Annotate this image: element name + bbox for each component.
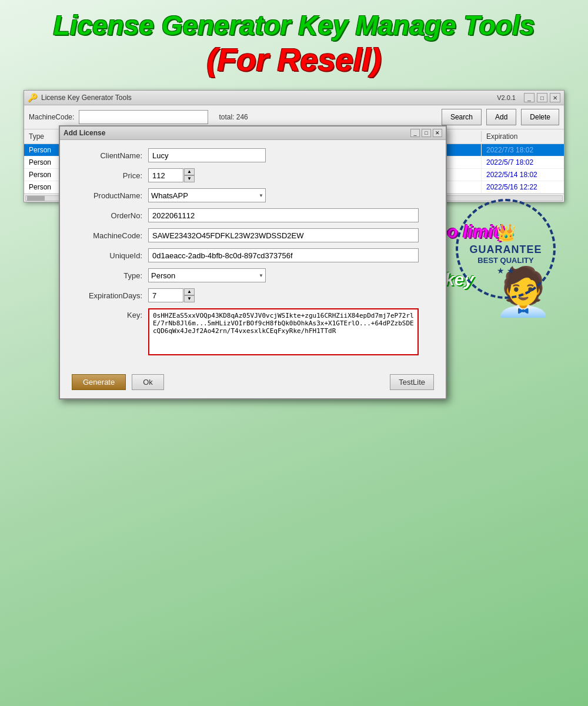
product-name-select-wrapper: WhatsAPP Telegram Other: [148, 188, 266, 202]
stamp-guarantee-text: GUARANTEE: [469, 244, 542, 256]
product-name-select[interactable]: WhatsAPP Telegram Other: [148, 188, 266, 202]
expiration-days-input[interactable]: [148, 288, 183, 302]
header-title-line1: License Generator Key Manage Tools: [12, 11, 576, 41]
unique-id-label: UniqueId:: [72, 251, 148, 260]
dialog-title: Add License: [64, 129, 105, 137]
page-header: License Generator Key Manage Tools (For …: [0, 0, 588, 84]
key-label: Key:: [72, 308, 148, 319]
dialog-minimize-button[interactable]: _: [410, 129, 420, 137]
expiration-days-spin-up[interactable]: ▲: [184, 288, 195, 295]
client-name-label: ClientName:: [72, 151, 148, 160]
cell-expiration: 2022/5/14 18:02: [482, 169, 564, 181]
price-spin-down[interactable]: ▼: [184, 175, 195, 182]
price-row: Price: ▲ ▼: [72, 168, 434, 182]
key-textarea[interactable]: 0sHHZEaS5xxVOQp43KD8qAz05VJV0vcjWSIkte+z…: [148, 308, 419, 355]
col-header-expiration: Expiration: [482, 131, 564, 142]
header-title-line2: (For Resell): [12, 41, 576, 79]
machine-code-dialog-label: MachineCode:: [72, 231, 148, 240]
type-select[interactable]: Person Company: [148, 268, 266, 282]
price-label: Price:: [72, 171, 148, 180]
ok-button[interactable]: Ok: [132, 374, 164, 390]
version-label: V2.0.1: [497, 94, 516, 101]
title-bar-left: 🔑 License Key Generator Tools: [28, 93, 132, 102]
product-name-row: ProductName: WhatsAPP Telegram Other: [72, 188, 434, 202]
main-title-bar: 🔑 License Key Generator Tools V2.0.1 _ □…: [24, 91, 564, 105]
price-spin-buttons: ▲ ▼: [184, 168, 195, 182]
price-spin: ▲ ▼: [148, 168, 195, 182]
add-license-dialog: Add License _ □ ✕ ClientName: Price: ▲: [59, 125, 447, 399]
scrollbar-thumb: [27, 196, 45, 201]
stamp-circle: 👑 GUARANTEE BEST QUALITY ★ ★: [456, 199, 556, 299]
type-row: Type: Person Company: [72, 268, 434, 282]
order-no-label: OrderNo:: [72, 211, 148, 220]
dialog-title-bar: Add License _ □ ✕: [60, 126, 446, 140]
dialog-maximize-button[interactable]: □: [422, 129, 431, 137]
delete-button[interactable]: Delete: [521, 109, 559, 125]
price-input[interactable]: [148, 168, 183, 182]
maximize-button[interactable]: □: [537, 93, 547, 102]
stamp-crown-icon: 👑: [496, 223, 516, 242]
expiration-days-row: ExpirationDays: ▲ ▼: [72, 288, 434, 302]
machine-code-dialog-input[interactable]: [148, 228, 419, 242]
window-container: 🔑 License Key Generator Tools V2.0.1 _ □…: [24, 90, 564, 202]
stamp-best-quality-text: BEST QUALITY: [477, 256, 533, 265]
dialog-close-button[interactable]: ✕: [433, 129, 442, 137]
expiration-days-label: ExpirationDays:: [72, 291, 148, 300]
generate-button[interactable]: Generate: [72, 374, 126, 390]
client-name-input[interactable]: [148, 148, 266, 162]
unique-id-input[interactable]: [148, 248, 419, 262]
order-no-row: OrderNo:: [72, 208, 434, 222]
machine-code-label: MachineCode:: [29, 113, 74, 121]
add-button[interactable]: Add: [486, 109, 516, 125]
expiration-days-spin: ▲ ▼: [148, 288, 195, 302]
key-row: Key: 0sHHZEaS5xxVOQp43KD8qAz05VJV0vcjWSI…: [72, 308, 434, 355]
cell-expiration: 2022/5/7 18:02: [482, 156, 564, 168]
expiration-days-spin-down[interactable]: ▼: [184, 295, 195, 302]
main-window-title: License Key Generator Tools: [41, 94, 132, 102]
cell-expiration: 2022/5/16 12:22: [482, 181, 564, 193]
type-select-wrapper: Person Company: [148, 268, 266, 282]
title-bar-icon: 🔑: [28, 93, 38, 102]
product-name-label: ProductName:: [72, 191, 148, 200]
client-name-row: ClientName:: [72, 148, 434, 162]
minimize-button[interactable]: _: [524, 93, 534, 102]
dialog-buttons: Generate Ok TestLite: [60, 369, 446, 398]
search-button[interactable]: Search: [442, 109, 482, 125]
unique-id-row: UniqueId:: [72, 248, 434, 262]
dialog-form: ClientName: Price: ▲ ▼ ProductName:: [60, 140, 446, 369]
title-bar-right: V2.0.1 _ □ ✕: [497, 93, 560, 102]
order-no-input[interactable]: [148, 208, 419, 222]
close-button[interactable]: ✕: [550, 93, 560, 102]
machine-code-row: MachineCode:: [72, 228, 434, 242]
dialog-window-buttons: _ □ ✕: [410, 129, 442, 137]
type-label: Type:: [72, 271, 148, 280]
guarantee-stamp: 👑 GUARANTEE BEST QUALITY ★ ★: [453, 196, 559, 302]
cell-expiration: 2022/7/3 18:02: [482, 144, 564, 156]
expiration-days-spin-buttons: ▲ ▼: [184, 288, 195, 302]
test-lite-button[interactable]: TestLite: [390, 374, 434, 390]
machine-code-input[interactable]: [79, 110, 208, 124]
stamp-stars: ★ ★: [497, 266, 514, 275]
total-label: total: 246: [219, 113, 248, 121]
price-spin-up[interactable]: ▲: [184, 168, 195, 175]
